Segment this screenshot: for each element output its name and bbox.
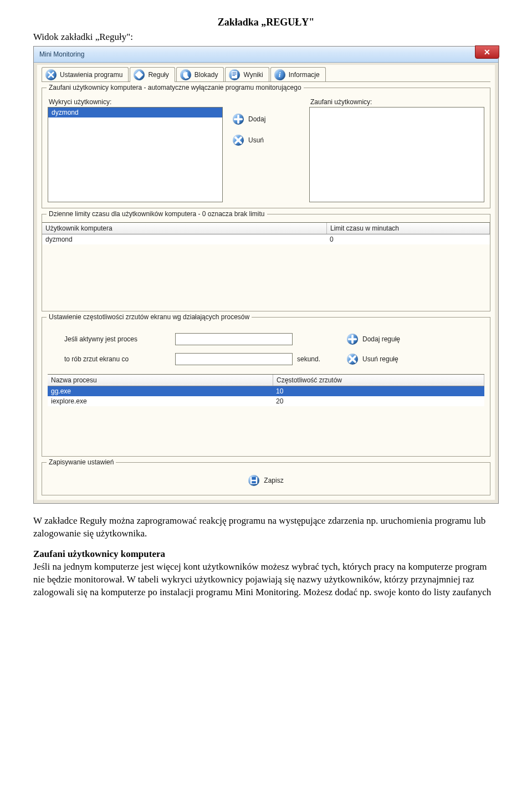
button-label: Usuń regułę [362, 355, 398, 363]
col-frequency: Częstotliwość zrzutów [273, 375, 484, 386]
group-time-limits: Dzienne limity czasu dla użytkowników ko… [42, 214, 490, 311]
group-title: Zaufani użytkownicy komputera - automaty… [47, 84, 304, 91]
plus-icon [347, 334, 358, 345]
app-window: Mini Monitoring ✕ Ustawienia programu [33, 46, 499, 504]
tab-strip: Ustawienia programu Reguły Blokady [42, 67, 490, 82]
col-process: Nazwa procesu [48, 375, 273, 386]
doc-intro: Widok zakładki „Reguły": [33, 32, 499, 43]
group-title: Zapisywanie ustawień [47, 458, 116, 466]
group-title: Ustawienie częstotliwości zrzutów ekranu… [47, 313, 252, 321]
rules-table[interactable]: Nazwa procesu Częstotliwość zrzutów gg.e… [48, 374, 484, 406]
trusted-users-label: Zaufani użytkownicy: [310, 98, 484, 106]
paragraph-body: Jeśli na jednym komputerze jest więcej k… [33, 561, 491, 597]
trusted-users-list[interactable] [309, 107, 484, 202]
window-body: Ustawienia programu Reguły Blokady [34, 63, 498, 503]
cell-limit: 0 [326, 234, 490, 244]
arrows-icon [134, 69, 145, 80]
table-row[interactable]: dyzmond 0 [42, 234, 490, 244]
paragraph-heading: Zaufani użytkownicy komputera [33, 549, 165, 559]
wrench-icon [45, 69, 57, 80]
hand-icon [180, 69, 191, 80]
plus-icon [233, 114, 244, 125]
remove-rule-button[interactable]: Usuń regułę [347, 354, 436, 365]
save-button[interactable]: Zapisz [248, 475, 283, 486]
limits-table[interactable]: Użytkownik komputera Limit czasu w minut… [42, 222, 490, 244]
group-trusted-users: Zaufani użytkownicy komputera - automaty… [42, 88, 490, 208]
tab-settings[interactable]: Ustawienia programu [42, 67, 129, 82]
remove-icon [347, 354, 358, 365]
tab-label: Wyniki [243, 71, 263, 79]
label-then-shot: to rób zrzut ekranu co [64, 355, 175, 363]
note-icon [229, 69, 240, 80]
table-header: Nazwa procesu Częstotliwość zrzutów [48, 375, 484, 386]
svg-rect-3 [252, 481, 257, 483]
process-name-input[interactable] [175, 333, 293, 345]
group-title: Dzienne limity czasu dla użytkowników ko… [47, 210, 267, 218]
tab-label: Ustawienia programu [60, 71, 122, 79]
save-icon [248, 475, 259, 486]
cell-frequency: 20 [273, 396, 484, 406]
tab-rules[interactable]: Reguły [130, 67, 175, 82]
body-paragraph-2: Zaufani użytkownicy komputera Jeśli na j… [33, 548, 499, 599]
label-if-process: Jeśli aktywny jest proces [64, 335, 175, 343]
info-icon: i [274, 69, 285, 80]
table-row[interactable]: gg.exe 10 [48, 386, 484, 396]
button-label: Usuń [248, 136, 264, 144]
tab-label: Blokady [195, 71, 218, 79]
doc-title: Zakładka „REGUŁY" [33, 17, 499, 28]
col-user: Użytkownik komputera [42, 223, 327, 234]
button-label: Dodaj [248, 115, 265, 123]
window-title: Mini Monitoring [39, 50, 84, 58]
detected-users-label: Wykryci użytkownicy: [49, 98, 223, 106]
button-label: Zapisz [264, 477, 283, 484]
button-label: Dodaj regułę [362, 335, 400, 343]
cell-frequency: 10 [273, 386, 484, 396]
tab-underline [42, 81, 490, 82]
close-icon: ✕ [484, 48, 490, 57]
tab-label: Reguły [148, 71, 168, 79]
tab-results[interactable]: Wyniki [225, 67, 269, 82]
remove-icon [233, 135, 244, 146]
cell-process: iexplore.exe [48, 396, 273, 406]
add-user-button[interactable]: Dodaj [233, 114, 265, 125]
add-rule-button[interactable]: Dodaj regułę [347, 334, 436, 345]
col-limit: Limit czasu w minutach [327, 223, 490, 234]
cell-user: dyzmond [42, 234, 326, 244]
tab-label: Informacje [289, 71, 320, 79]
tab-blocks[interactable]: Blokady [176, 67, 224, 82]
tab-info[interactable]: i Informacje [270, 67, 326, 82]
svg-rect-2 [252, 477, 257, 480]
interval-input[interactable] [175, 353, 293, 365]
titlebar: Mini Monitoring ✕ [34, 47, 498, 63]
table-header: Użytkownik komputera Limit czasu w minut… [42, 223, 490, 234]
list-item[interactable]: dyzmond [48, 108, 222, 117]
close-button[interactable]: ✕ [475, 45, 499, 59]
table-row[interactable]: iexplore.exe 20 [48, 396, 484, 406]
detected-users-list[interactable]: dyzmond [48, 107, 223, 202]
group-screenshot-frequency: Ustawienie częstotliwości zrzutów ekranu… [42, 317, 490, 457]
group-save-settings: Zapisywanie ustawień Zapisz [42, 462, 490, 495]
remove-user-button[interactable]: Usuń [233, 135, 264, 146]
label-seconds: sekund. [297, 355, 347, 363]
body-paragraph-1: W zakładce Reguły można zaprogramować re… [33, 515, 499, 540]
cell-process: gg.exe [48, 386, 273, 396]
